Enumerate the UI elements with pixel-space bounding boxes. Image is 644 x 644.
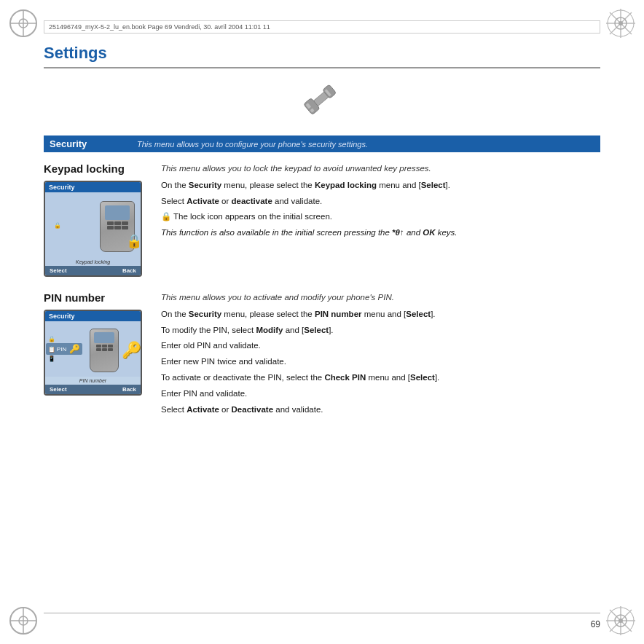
pin-menu-item-3: 📱: [46, 355, 82, 363]
corner-decoration-bl: [6, 603, 41, 638]
header-text: 251496749_myX-5-2_lu_en.book Page 69 Ven…: [49, 23, 270, 31]
svg-point-10: [619, 21, 623, 25]
keypad-phone-body: 🔒: [45, 192, 141, 258]
pin-menu-item-1: 🔒: [46, 335, 82, 343]
pin-number-right: This menu allows you to activate and mod…: [161, 291, 600, 420]
pin-phone-mockup: Security 🔒 📋 PIN 🔑: [44, 310, 142, 396]
page-title: Settings: [44, 44, 600, 68]
pkey-2: [102, 345, 107, 347]
wrench-icon: [300, 80, 344, 120]
keypad-italic-desc: This menu allows you to lock the keypad …: [161, 162, 600, 176]
pin-body-3: Enter old PIN and validate.: [161, 339, 600, 353]
keypad-phone-label: Keypad locking: [45, 258, 141, 266]
pin-number-left: PIN number Security 🔒 📋 PIN 🔑: [44, 291, 149, 420]
pin-icon-2: 📋: [48, 346, 55, 353]
pin-phone-body: 🔒 📋 PIN 🔑 📱: [45, 321, 141, 377]
security-label: Security: [50, 138, 137, 149]
pin-big-keys: [96, 345, 113, 351]
keypad-locking-title: Keypad locking: [44, 162, 149, 175]
key-3d-icon: 🔑: [122, 341, 141, 360]
lock-icon: 🔒: [126, 233, 142, 249]
keypad-body-1: On the Security menu, please select the …: [161, 179, 600, 192]
pin-phone-graphic: [90, 329, 119, 372]
pin-menu-items: 🔒 📋 PIN 🔑 📱: [44, 334, 84, 364]
pin-body-4: Enter new PIN twice and validate.: [161, 356, 600, 369]
key-1: [107, 221, 114, 225]
corner-decoration-tl: [6, 6, 41, 41]
pin-menu-item-2: 📋 PIN 🔑: [46, 343, 82, 355]
keypad-body-2: Select Activate or deactivate and valida…: [161, 195, 600, 208]
key-6: [122, 226, 128, 229]
pin-big-screen: [94, 332, 114, 343]
phone-big-keys: [107, 221, 128, 229]
pin-phone-header: Security: [45, 311, 141, 321]
pin-select-label: Select: [50, 386, 67, 393]
keypad-phone-mockup: Security 🔒: [44, 181, 142, 277]
pin-body-2: To modify the PIN, select Modify and [Se…: [161, 324, 600, 337]
pin-icon-1: 🔒: [48, 336, 55, 342]
pkey-5: [102, 348, 107, 351]
corner-decoration-tr: [603, 6, 638, 41]
pkey-1: [96, 345, 101, 347]
keypad-locking-section: Keypad locking Security 🔒: [44, 162, 600, 277]
pin-phone-label: PIN number: [45, 377, 141, 385]
pin-body-6: Enter PIN and validate.: [161, 388, 600, 401]
corner-decoration-br: [603, 603, 638, 638]
main-content: Settings Security This menu allows you t…: [44, 44, 600, 604]
keypad-select-label: Select: [50, 267, 67, 274]
pin-body-1: On the Security menu, please select the …: [161, 308, 600, 321]
keypad-locking-left: Keypad locking Security 🔒: [44, 162, 149, 277]
pin-icon-3: 📱: [48, 356, 55, 362]
phone-big-screen: [105, 205, 130, 220]
security-description: This menu allows you to configure your p…: [137, 140, 594, 149]
keypad-body-3: 🔒 The lock icon appears on the initial s…: [161, 211, 600, 224]
security-row: Security This menu allows you to configu…: [44, 136, 600, 152]
bottom-rule: [44, 613, 600, 613]
svg-point-21: [619, 619, 623, 623]
pin-italic-desc: This menu allows you to activate and mod…: [161, 291, 600, 305]
key-icon: 🔑: [69, 344, 80, 354]
keypad-phone-header: Security: [45, 182, 141, 192]
page-number: 69: [591, 619, 600, 629]
pin-phone-footer: Select Back: [45, 385, 141, 394]
pkey-3: [108, 345, 113, 347]
pkey-4: [96, 348, 101, 351]
wrench-icon-area: [44, 80, 600, 122]
pin-body-5: To activate or deactivate the PIN, selec…: [161, 372, 600, 385]
pin-back-label: Back: [122, 386, 136, 393]
pin-number-section: PIN number Security 🔒 📋 PIN 🔑: [44, 291, 600, 420]
keypad-body-4: This function is also available in the i…: [161, 227, 600, 240]
header-bar: 251496749_myX-5-2_lu_en.book Page 69 Ven…: [44, 20, 600, 34]
pkey-6: [108, 348, 113, 351]
pin-body-7: Select Activate or Deactivate and valida…: [161, 404, 600, 417]
pin-number-title: PIN number: [44, 291, 149, 304]
key-4: [107, 226, 114, 229]
pin-phone-graphic-area: 🔑: [90, 329, 141, 372]
keypad-locking-right: This menu allows you to lock the keypad …: [161, 162, 600, 277]
key-5: [114, 226, 121, 229]
keypad-phone-footer: Select Back: [45, 266, 141, 275]
phone-menu-item-1: 🔒: [51, 221, 100, 230]
lock-icon-small: 🔒: [54, 222, 61, 229]
key-2: [114, 221, 121, 225]
phone-lock-image: 🔒: [100, 201, 135, 252]
pin-menu-label-2: PIN: [57, 346, 66, 353]
key-3: [122, 221, 128, 225]
keypad-back-label: Back: [122, 267, 136, 274]
